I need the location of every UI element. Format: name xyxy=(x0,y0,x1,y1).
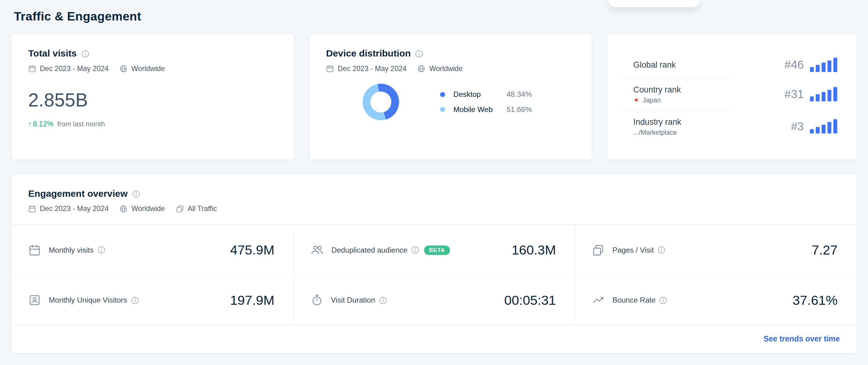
info-icon[interactable] xyxy=(659,296,667,304)
metric-pages-per-visit: Pages / Visit 7.27 xyxy=(575,225,856,275)
info-icon[interactable] xyxy=(131,296,138,304)
country-rank-row: Country rank Japan #31 xyxy=(607,79,857,110)
info-icon[interactable] xyxy=(97,246,105,254)
country-rank-label: Country rank xyxy=(633,84,681,94)
region-label: Worldwide xyxy=(131,64,165,73)
pages-icon xyxy=(592,244,605,256)
stopwatch-icon xyxy=(310,293,323,306)
region-label: Worldwide xyxy=(429,64,463,73)
bounce-arrow-icon xyxy=(592,293,605,306)
globe-icon xyxy=(417,64,425,72)
globe-icon xyxy=(120,64,127,72)
visit-duration-value: 00:05:31 xyxy=(499,292,556,308)
device-legend: Desktop 48.34% Mobile Web 51.66% xyxy=(440,90,532,114)
info-icon[interactable] xyxy=(415,50,423,58)
dashboard-page: Traffic & Engagement Total visits Dec 20… xyxy=(0,0,868,365)
engagement-overview-title: Engagement overview xyxy=(28,188,128,200)
total-visits-card: Total visits Dec 2023 - May 2024 Worldwi… xyxy=(11,33,294,160)
date-range: Dec 2023 - May 2024 xyxy=(40,64,109,73)
metrics-grid: Monthly visits 475.9M Deduplicated audie… xyxy=(11,225,856,325)
total-visits-value: 2.855B xyxy=(28,89,277,111)
date-range: Dec 2023 - May 2024 xyxy=(338,64,406,73)
device-distribution-title: Device distribution xyxy=(326,48,411,59)
industry-category: .../Marketplace xyxy=(633,128,681,136)
ranks-card: Global rank #46 Country rank Japan xyxy=(607,33,857,160)
industry-rank-row: Industry rank .../Marketplace #3 xyxy=(607,111,857,142)
device-distribution-card: Device distribution Dec 2023 - May 2024 … xyxy=(309,33,592,160)
metric-visit-duration: Visit Duration 00:05:31 xyxy=(293,275,575,325)
legend-item-mobile-web[interactable]: Mobile Web 51.66% xyxy=(440,105,532,114)
page-title: Traffic & Engagement xyxy=(0,0,868,24)
device-donut-chart xyxy=(363,84,399,120)
rank-bars-icon xyxy=(810,57,841,72)
industry-rank-label: Industry rank xyxy=(633,117,681,126)
traffic-type-label: All Traffic xyxy=(188,204,217,213)
globe-icon xyxy=(120,205,127,213)
calendar-icon xyxy=(28,64,36,72)
metric-monthly-unique-visitors: Monthly Unique Visitors 197.9M xyxy=(11,275,293,325)
country-rank-value: #31 xyxy=(784,87,804,101)
japan-flag-icon xyxy=(633,97,640,103)
metric-deduplicated-audience: Deduplicated audience BETA 160.3M xyxy=(293,225,575,275)
monthly-visits-value: 475.9M xyxy=(224,242,274,258)
rank-bars-icon xyxy=(810,119,841,134)
metric-bounce-rate: Bounce Rate 37.61% xyxy=(575,275,856,325)
info-icon[interactable] xyxy=(379,296,387,304)
region-label: Worldwide xyxy=(131,204,165,213)
engagement-overview-card: Engagement overview Dec 2023 - May 2024 … xyxy=(11,173,857,354)
see-trends-link[interactable]: See trends over time xyxy=(764,334,840,343)
global-rank-value: #46 xyxy=(784,58,804,72)
info-icon[interactable] xyxy=(411,246,419,254)
bounce-rate-value: 37.61% xyxy=(787,292,838,308)
floating-panel-partial xyxy=(609,0,699,7)
top-cards-row: Total visits Dec 2023 - May 2024 Worldwi… xyxy=(11,33,857,160)
industry-rank-value: #3 xyxy=(791,120,804,133)
calendar-icon xyxy=(28,205,36,213)
date-range: Dec 2023 - May 2024 xyxy=(40,204,109,213)
info-icon[interactable] xyxy=(81,50,89,58)
mobile-web-dot-icon xyxy=(440,107,445,112)
rank-bars-icon xyxy=(810,87,841,101)
deduplicated-audience-value: 160.3M xyxy=(506,242,556,258)
traffic-filter-icon xyxy=(176,205,184,213)
beta-badge: BETA xyxy=(424,245,450,254)
calendar-icon xyxy=(326,64,334,72)
change-label: from last month xyxy=(57,120,105,128)
country-name: Japan xyxy=(643,96,661,104)
pages-per-visit-value: 7.27 xyxy=(806,242,837,258)
info-icon[interactable] xyxy=(658,246,665,254)
up-arrow-icon: ↑ xyxy=(28,120,32,128)
legend-item-desktop[interactable]: Desktop 48.34% xyxy=(440,90,532,99)
desktop-dot-icon xyxy=(440,92,445,97)
change-percent: ↑ 8.12% xyxy=(28,120,53,128)
calendar-icon xyxy=(28,244,41,256)
person-badge-icon xyxy=(28,293,41,306)
people-icon xyxy=(310,243,323,257)
metric-monthly-visits: Monthly visits 475.9M xyxy=(11,225,293,275)
total-visits-title: Total visits xyxy=(28,48,76,59)
global-rank-label: Global rank xyxy=(633,60,676,69)
monthly-unique-visitors-value: 197.9M xyxy=(224,292,274,308)
global-rank-row: Global rank #46 xyxy=(607,51,857,78)
info-icon[interactable] xyxy=(132,190,140,198)
